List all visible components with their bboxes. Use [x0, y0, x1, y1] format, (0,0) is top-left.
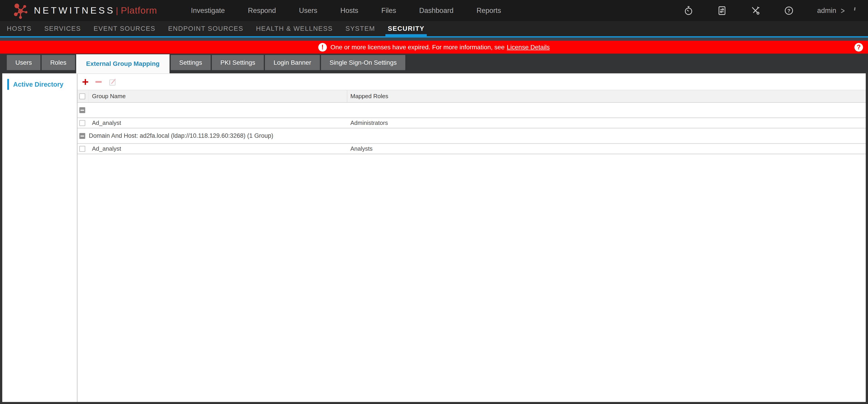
brand-divider: |: [116, 6, 118, 16]
table-row[interactable]: Ad_analyst Analysts: [78, 144, 866, 154]
row-checkbox[interactable]: [79, 146, 85, 152]
brand-product: Platform: [121, 5, 157, 16]
alert-icon: !: [318, 43, 327, 52]
caret-artifact-icon: [854, 7, 856, 11]
topnav-item-users[interactable]: Users: [299, 6, 317, 15]
group-row-label: Domain And Host: ad2fa.local (ldap://10.…: [89, 132, 273, 139]
chevron-right-icon: >: [841, 6, 845, 16]
admin-subnav: HOSTS SERVICES EVENT SOURCES ENDPOINT SO…: [0, 21, 868, 37]
username: admin: [817, 6, 836, 15]
sidebar-item-active-directory[interactable]: Active Directory: [2, 79, 77, 90]
select-all-cell: [78, 90, 89, 102]
cell-group-name: Ad_analyst: [89, 145, 347, 152]
collapse-icon[interactable]: [79, 107, 85, 113]
tab-settings[interactable]: Settings: [170, 55, 211, 70]
security-tab-bar: Users Roles External Group Mapping Setti…: [0, 54, 868, 73]
topnav-item-dashboard[interactable]: Dashboard: [419, 6, 454, 15]
netwitness-logo[interactable]: NETWITNESS | Platform: [13, 2, 157, 20]
svg-text:?: ?: [787, 8, 790, 13]
subnav-item-system[interactable]: SYSTEM: [345, 21, 375, 36]
cell-group-name: Ad_analyst: [89, 119, 347, 126]
license-expired-banner: ! One or more licenses have expired. For…: [0, 41, 868, 54]
source-sidebar: Active Directory: [2, 74, 78, 402]
active-item-bar: [7, 79, 9, 90]
mapping-main: + Group Name Mapped Roles: [78, 74, 866, 402]
column-header-mapped-roles[interactable]: Mapped Roles: [347, 93, 866, 100]
divider-strip: [0, 37, 868, 41]
mapping-toolbar: +: [78, 74, 866, 90]
add-icon[interactable]: +: [82, 77, 89, 87]
topnav-item-respond[interactable]: Respond: [248, 6, 276, 15]
tab-users[interactable]: Users: [7, 55, 40, 70]
tab-single-sign-on[interactable]: Single Sign-On Settings: [321, 55, 405, 70]
remove-icon[interactable]: [95, 81, 102, 83]
preferences-icon[interactable]: [717, 5, 727, 16]
topnav-item-investigate[interactable]: Investigate: [191, 6, 225, 15]
cell-mapped-roles: Analysts: [347, 145, 866, 152]
subnav-item-health-wellness[interactable]: HEALTH & WELLNESS: [256, 21, 333, 36]
group-row[interactable]: [78, 103, 866, 118]
active-tab-underline: [385, 34, 427, 37]
banner-message: One or more licenses have expired. For m…: [331, 44, 504, 51]
top-bar: NETWITNESS | Platform Investigate Respon…: [0, 0, 868, 21]
topnav-item-hosts[interactable]: Hosts: [340, 6, 358, 15]
cell-mapped-roles: Administrators: [347, 119, 866, 126]
tab-roles[interactable]: Roles: [41, 55, 75, 70]
grid-header: Group Name Mapped Roles: [78, 90, 866, 103]
tab-external-group-mapping[interactable]: External Group Mapping: [76, 54, 169, 73]
external-group-mapping-panel: Active Directory + Group Name Ma: [2, 73, 866, 402]
select-all-checkbox[interactable]: [79, 93, 85, 99]
netwitness-logo-icon: [13, 2, 29, 20]
row-checkbox[interactable]: [79, 120, 85, 126]
sidebar-item-label: Active Directory: [13, 81, 63, 88]
subnav-item-event-sources[interactable]: EVENT SOURCES: [94, 21, 156, 36]
banner-help-icon[interactable]: ?: [855, 43, 863, 52]
tools-icon[interactable]: [750, 5, 761, 16]
group-row[interactable]: Domain And Host: ad2fa.local (ldap://10.…: [78, 128, 866, 144]
brand-name: NETWITNESS: [34, 5, 115, 16]
tab-pki-settings[interactable]: PKI Settings: [212, 55, 264, 70]
user-menu[interactable]: admin >: [817, 6, 845, 15]
subnav-item-endpoint-sources[interactable]: ENDPOINT SOURCES: [168, 21, 243, 36]
subnav-item-security[interactable]: SECURITY: [388, 21, 425, 36]
timer-icon[interactable]: [683, 5, 694, 16]
row-checkbox-cell: [78, 118, 89, 128]
row-checkbox-cell: [78, 144, 89, 153]
top-navigation: Investigate Respond Users Hosts Files Da…: [191, 6, 501, 15]
content-area: Active Directory + Group Name Ma: [0, 73, 868, 403]
edit-icon[interactable]: [109, 78, 117, 86]
topnav-item-files[interactable]: Files: [381, 6, 396, 15]
collapse-icon[interactable]: [79, 133, 85, 139]
tab-login-banner[interactable]: Login Banner: [265, 55, 320, 70]
help-icon[interactable]: ?: [784, 5, 794, 16]
table-row[interactable]: Ad_analyst Administrators: [78, 118, 866, 128]
topnav-item-reports[interactable]: Reports: [476, 6, 501, 15]
license-details-link[interactable]: License Details: [507, 44, 550, 51]
topbar-right-controls: ? admin >: [683, 5, 855, 16]
subnav-item-hosts[interactable]: HOSTS: [7, 21, 32, 36]
column-header-group-name[interactable]: Group Name: [89, 90, 347, 102]
subnav-security-label: SECURITY: [388, 25, 425, 32]
subnav-item-services[interactable]: SERVICES: [44, 21, 81, 36]
grid-empty-space: [78, 154, 866, 402]
